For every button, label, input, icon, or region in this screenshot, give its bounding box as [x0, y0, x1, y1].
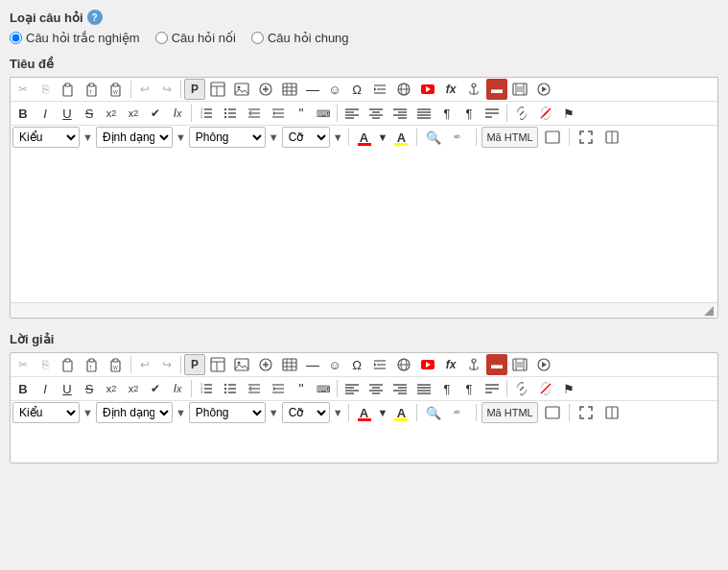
lg-anchor-flag-btn[interactable]: ⚑	[558, 378, 579, 399]
lg-table-btn[interactable]	[278, 354, 301, 375]
lg-phong-select[interactable]: Phông	[189, 402, 266, 423]
paste-word-btn[interactable]: W	[105, 79, 128, 100]
lg-omega-btn[interactable]: Ω	[346, 354, 367, 375]
smiley-btn[interactable]: ☺	[324, 79, 345, 100]
lg-film-btn[interactable]	[508, 354, 531, 375]
subscript-btn[interactable]: x2	[101, 103, 122, 124]
lg-strike-btn[interactable]: S	[79, 378, 100, 399]
dinh-dang-select[interactable]: Định dạng	[96, 127, 173, 148]
paste-text-btn[interactable]: T	[81, 79, 104, 100]
code-btn[interactable]: ⌨	[313, 103, 334, 124]
fx-btn[interactable]: fx	[440, 79, 461, 100]
edit-image-btn[interactable]	[254, 79, 277, 100]
phong-select[interactable]: Phông	[189, 127, 266, 148]
lg-paste-word-btn[interactable]: W	[105, 354, 128, 375]
blockquote-btn[interactable]: "	[291, 103, 312, 124]
ma-html-btn[interactable]: Mã HTML	[481, 127, 537, 148]
lg-align-left-btn[interactable]	[341, 378, 364, 399]
lg-indent-more-btn[interactable]	[267, 378, 290, 399]
lg-outdent-btn[interactable]	[243, 378, 266, 399]
redo-btn[interactable]: ↪	[156, 79, 177, 100]
media-btn[interactable]	[532, 79, 555, 100]
hr-btn[interactable]: —	[302, 79, 323, 100]
paste-btn[interactable]	[57, 79, 80, 100]
align-right-btn[interactable]	[388, 103, 411, 124]
lg-align-center-btn[interactable]	[364, 378, 387, 399]
indent-btn[interactable]	[368, 79, 391, 100]
tieu-de-content[interactable]	[11, 149, 717, 302]
lg-ma-html-btn[interactable]: Mã HTML	[481, 402, 537, 423]
lg-code-btn[interactable]: ⌨	[313, 378, 334, 399]
lg-justify-btn[interactable]	[412, 378, 435, 399]
lg-ordered-list-btn[interactable]: 123	[195, 378, 218, 399]
lg-cut-btn[interactable]: ✂	[12, 354, 34, 375]
copy-btn[interactable]: ⎘	[35, 79, 56, 100]
bg-color-btn[interactable]: A	[390, 127, 411, 148]
lg-para-mark-btn[interactable]: ¶	[436, 378, 458, 399]
lg-unlink-btn[interactable]	[534, 378, 557, 399]
lg-template-btn[interactable]	[206, 354, 229, 375]
strike-btn[interactable]: S	[79, 103, 100, 124]
para-btn[interactable]: P	[184, 79, 205, 100]
lg-superscript-btn[interactable]: x2	[123, 378, 144, 399]
lg-media-btn[interactable]	[532, 354, 555, 375]
lg-search-btn[interactable]: 🔍	[422, 402, 445, 423]
superscript-btn[interactable]: x2	[123, 103, 144, 124]
kieu-select[interactable]: Kiểu	[12, 127, 80, 148]
clean-format-btn[interactable]: ✔	[145, 103, 166, 124]
lg-source2-btn[interactable]	[541, 402, 564, 423]
ordered-list-btn[interactable]: 123	[195, 103, 218, 124]
font-color-btn[interactable]: A	[354, 127, 375, 148]
lg-fx-btn[interactable]: fx	[440, 354, 461, 375]
insert-link-btn[interactable]	[510, 103, 533, 124]
template-btn[interactable]	[206, 79, 229, 100]
lg-indent-btn[interactable]	[368, 354, 391, 375]
lg-bg-color-btn[interactable]: A	[390, 402, 411, 423]
help-icon[interactable]: ?	[87, 10, 103, 25]
lg-co-select[interactable]: Cỡ	[282, 402, 330, 423]
anchor-btn-top[interactable]	[462, 79, 485, 100]
cut-btn[interactable]: ✂	[12, 79, 34, 100]
radio-trac-nghiem-input[interactable]	[10, 32, 22, 44]
lg-align-right-btn[interactable]	[388, 378, 411, 399]
radio-trac-nghiem[interactable]: Câu hỏi trắc nghiệm	[10, 31, 140, 45]
align-left-btn[interactable]	[341, 103, 364, 124]
italic-x-btn[interactable]: Ix	[167, 103, 188, 124]
lg-resize-btn[interactable]	[600, 402, 623, 423]
omega-btn[interactable]: Ω	[346, 79, 367, 100]
lg-replace-btn[interactable]: ab	[448, 402, 471, 423]
table-btn[interactable]	[278, 79, 301, 100]
link-btn-top[interactable]	[392, 79, 415, 100]
lg-paste-text-btn[interactable]: T	[81, 354, 104, 375]
lg-kieu-select[interactable]: Kiểu	[12, 402, 80, 423]
resize-handle[interactable]	[704, 306, 714, 316]
lg-bold-btn[interactable]: B	[12, 378, 34, 399]
fullscreen-btn[interactable]	[575, 127, 598, 148]
lg-clean-format-btn[interactable]: ✔	[145, 378, 166, 399]
unlink-btn[interactable]	[534, 103, 557, 124]
radio-noi-input[interactable]	[155, 32, 168, 44]
lg-edit-image-btn[interactable]	[254, 354, 277, 375]
align-center-btn[interactable]	[364, 103, 387, 124]
image-btn[interactable]	[230, 79, 253, 100]
source-btn[interactable]: ▬	[486, 79, 507, 100]
film-btn[interactable]	[508, 79, 531, 100]
bold-btn[interactable]: B	[12, 103, 34, 124]
replace-btn[interactable]: ab	[448, 127, 471, 148]
youtube-btn[interactable]	[416, 79, 439, 100]
underline-btn[interactable]: U	[57, 103, 78, 124]
style-format-btn[interactable]	[481, 103, 504, 124]
lg-unordered-list-btn[interactable]	[219, 378, 242, 399]
lg-undo-btn[interactable]: ↩	[134, 354, 155, 375]
co-select[interactable]: Cỡ	[282, 127, 330, 148]
lg-fullscreen-btn[interactable]	[575, 402, 598, 423]
lg-redo-btn[interactable]: ↪	[156, 354, 177, 375]
lg-italic-x-btn[interactable]: Ix	[167, 378, 188, 399]
lg-subscript-btn[interactable]: x2	[101, 378, 122, 399]
lg-direction-btn[interactable]: ¶	[458, 378, 480, 399]
para-mark-btn[interactable]: ¶	[436, 103, 458, 124]
justify-btn[interactable]	[412, 103, 435, 124]
radio-chung-input[interactable]	[251, 32, 264, 44]
outdent-btn[interactable]	[243, 103, 266, 124]
search-btn[interactable]: 🔍	[422, 127, 445, 148]
